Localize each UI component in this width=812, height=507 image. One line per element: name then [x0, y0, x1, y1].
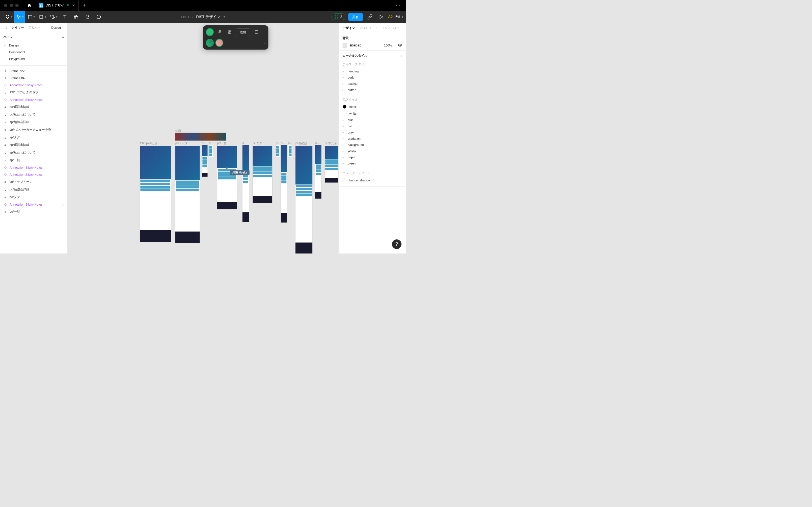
shape-tool[interactable]: ▾ — [37, 11, 48, 23]
color-style-item[interactable]: ▸gradation — [343, 135, 402, 142]
frame-thumbnail[interactable] — [276, 145, 280, 154]
file-name[interactable]: DIST デザイン — [196, 14, 220, 19]
layer-item[interactable]: #sp/勉強会詳細 — [0, 118, 67, 126]
layer-item[interactable]: ◇Annotation Sticky Notes — [0, 171, 67, 178]
frame-thumbnail[interactable] — [315, 145, 321, 199]
page-dropdown[interactable]: Design⌃ — [51, 26, 64, 29]
main-menu-button[interactable]: ▾ — [3, 11, 14, 23]
color-style-item[interactable]: ▸puple — [343, 154, 402, 160]
frame-label[interactable]: s... — [315, 142, 321, 145]
avatar[interactable] — [206, 39, 214, 47]
layer-item[interactable]: #sp/タグ — [0, 133, 67, 141]
design-tab[interactable]: デザイン — [343, 26, 355, 30]
frame-label[interactable]: pc/一覧 — [217, 142, 237, 145]
frame-thumbnail[interactable] — [175, 146, 200, 243]
layer-item[interactable]: ◇Annotation Sticky Notes◡ — [0, 201, 67, 208]
prototype-tab[interactable]: プロトタイプ — [359, 26, 377, 30]
pen-tool[interactable]: ▾ — [48, 11, 59, 23]
color-style-item[interactable]: black — [343, 103, 402, 110]
text-tool[interactable] — [59, 11, 70, 23]
layer-item[interactable]: #sp/ハンバーガーメニュー中身 — [0, 126, 67, 133]
add-style-icon[interactable]: + — [400, 54, 402, 57]
layer-item[interactable]: #1920pxのときの表示 — [0, 89, 67, 96]
window-controls[interactable] — [4, 4, 18, 7]
hand-tool[interactable] — [82, 11, 93, 23]
color-style-item[interactable]: white — [343, 110, 402, 117]
frame-tool[interactable]: ▾ — [26, 11, 37, 23]
avatar[interactable] — [206, 28, 214, 36]
frame-label[interactable]: s... — [281, 142, 287, 145]
frame-thumbnail[interactable] — [209, 145, 213, 156]
layer-item[interactable]: ⦀Frame 684 — [0, 74, 67, 81]
frame-label[interactable]: pc/タグ — [253, 142, 272, 145]
close-tab-icon[interactable]: ✕ — [72, 3, 75, 7]
layer-item[interactable]: #sp/トップページ — [0, 178, 67, 186]
audio-session-pill[interactable]: 3 — [332, 13, 345, 20]
color-style-item[interactable]: ▸blue — [343, 117, 402, 123]
close-window[interactable] — [4, 4, 7, 7]
frame-label[interactable]: pc/勉強会... — [296, 142, 312, 145]
color-style-item[interactable]: ▸background — [343, 142, 402, 148]
bg-hex[interactable]: E5E5E5 — [350, 44, 361, 47]
bg-opacity[interactable]: 100% — [384, 44, 392, 47]
visibility-icon[interactable] — [398, 43, 402, 48]
canvas[interactable]: 退出 ⌄ slide 1920pxのとき...pc/トップ...s...s...… — [68, 23, 338, 253]
avatar[interactable] — [215, 39, 223, 47]
text-style-item[interactable]: ▸body — [343, 74, 402, 80]
missing-fonts-badge[interactable]: A? — [388, 15, 393, 19]
layer-item[interactable]: #pc/私たちについて — [0, 111, 67, 118]
bg-swatch[interactable] — [343, 43, 347, 48]
frame-thumbnail[interactable] — [288, 145, 292, 154]
frame-thumbnail[interactable] — [175, 133, 226, 140]
color-style-item[interactable]: ▸red — [343, 123, 402, 129]
frame-thumbnail[interactable] — [202, 145, 207, 177]
layer-item[interactable]: ◇Annotation Sticky Notes — [0, 96, 67, 103]
text-style-item[interactable]: ▸button — [343, 87, 402, 93]
home-tab[interactable] — [23, 0, 36, 11]
frame-label[interactable]: pc/私たち... — [325, 142, 338, 145]
frame-label[interactable]: pc/トップ... — [175, 142, 200, 145]
settings-icon[interactable] — [226, 30, 233, 34]
layers-tab[interactable]: レイヤー — [11, 25, 24, 30]
minimize-window[interactable] — [10, 4, 13, 7]
frame-thumbnail[interactable] — [281, 145, 287, 223]
frame-thumbnail[interactable] — [217, 146, 237, 209]
file-tab[interactable]: ◧ DIST デザイ 🎙 ✕ — [36, 0, 79, 11]
text-style-item[interactable]: ▸textline — [343, 80, 402, 87]
layer-item[interactable]: #pc/一覧 — [0, 208, 67, 216]
zoom-control[interactable]: 5% ▾ — [396, 15, 403, 19]
file-breadcrumb[interactable]: DIST / DIST デザイン ▾ — [181, 14, 225, 19]
layer-item[interactable]: #sp/運営者情報 — [0, 141, 67, 149]
search-icon[interactable] — [3, 25, 7, 30]
assets-tab[interactable]: アセット — [29, 25, 41, 30]
voice-panel[interactable]: 退出 ⌄ — [203, 25, 268, 50]
layer-item[interactable]: ◇Annotation Sticky Notes — [0, 164, 67, 171]
chevron-down-icon[interactable]: ⌄ — [263, 41, 266, 44]
frame-label[interactable]: slide — [175, 129, 226, 132]
inspect-tab[interactable]: インスペクト — [382, 26, 400, 30]
frame-label[interactable]: s... — [202, 142, 207, 145]
layer-item[interactable]: ◇Annotation Sticky Notes — [0, 81, 67, 89]
frame-label[interactable]: s... — [288, 142, 292, 145]
frame-thumbnail[interactable] — [140, 146, 171, 242]
page-item[interactable]: Component — [0, 49, 67, 55]
frame-thumbnail[interactable] — [325, 146, 338, 182]
hidden-icon[interactable]: ◡ — [61, 203, 64, 206]
layer-item[interactable]: #pc/勉強会詳細 — [0, 186, 67, 193]
dev-mode-icon[interactable] — [366, 11, 374, 23]
frame-thumbnail[interactable] — [296, 146, 312, 253]
project-name[interactable]: DIST — [181, 15, 190, 19]
color-style-item[interactable]: ▸gray — [343, 129, 402, 135]
frame-label[interactable]: s... — [209, 142, 213, 145]
layer-item[interactable]: #pc/運営者情報 — [0, 103, 67, 111]
frame-label[interactable]: s... — [243, 142, 249, 145]
frame-label[interactable]: 1920pxのとき... — [140, 142, 171, 145]
layer-item[interactable]: ⦀Frame 722 — [0, 67, 67, 74]
resources-tool[interactable] — [70, 11, 82, 23]
page-item[interactable]: Design — [0, 42, 67, 49]
text-style-item[interactable]: ▸heading — [343, 68, 402, 74]
layer-item[interactable]: #pc/タグ — [0, 193, 67, 201]
share-button[interactable]: 共有 — [348, 13, 363, 21]
effect-style-item[interactable]: button_shadow — [343, 177, 402, 184]
color-style-item[interactable]: ▸yellow — [343, 148, 402, 154]
